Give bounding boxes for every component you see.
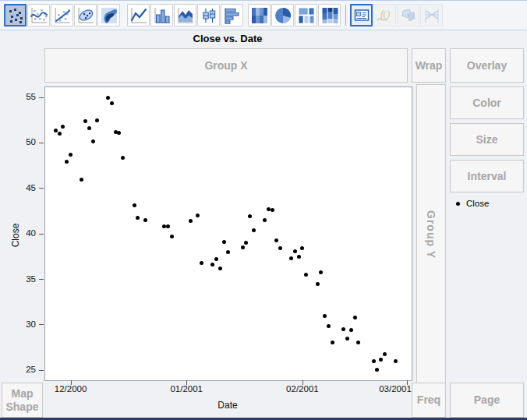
- dropzone-color-label: Color: [472, 97, 501, 109]
- toolbar: f(): [0, 1, 527, 30]
- data-point[interactable]: [170, 235, 174, 238]
- plot-area[interactable]: [44, 86, 412, 381]
- data-point[interactable]: [316, 282, 320, 286]
- toolbar-button-contour[interactable]: [97, 4, 120, 26]
- dropzone-page[interactable]: Page: [450, 383, 524, 418]
- data-point[interactable]: [323, 314, 327, 318]
- toolbar-button-treemap[interactable]: [295, 4, 317, 26]
- toolbar-button-histogram[interactable]: [221, 4, 243, 26]
- data-point[interactable]: [274, 238, 278, 242]
- toolbar-button-pie[interactable]: [271, 4, 294, 26]
- toolbar-button-bar[interactable]: [150, 4, 173, 26]
- toolbar-button-mosaic[interactable]: [318, 4, 341, 26]
- dropzone-page-label: Page: [474, 394, 500, 406]
- y-axis-tick: [39, 188, 44, 189]
- toolbar-button-caption-box[interactable]: [350, 4, 373, 26]
- x-axis-label[interactable]: Date: [204, 400, 251, 411]
- y-axis-tick-label: 50: [12, 137, 36, 146]
- y-axis-tick-label: 45: [12, 183, 36, 192]
- dropzone-size-label: Size: [476, 133, 497, 146]
- data-point[interactable]: [58, 132, 62, 136]
- dropzone-group-x[interactable]: Group X: [44, 48, 408, 83]
- dropzone-overlay-label: Overlay: [467, 59, 507, 72]
- data-point[interactable]: [297, 255, 301, 259]
- x-axis-tick-label: 01/2001: [163, 384, 210, 394]
- y-axis-tick: [39, 97, 44, 98]
- dropzone-interval[interactable]: Interval: [450, 160, 524, 192]
- data-point[interactable]: [106, 96, 110, 100]
- y-axis-tick: [39, 234, 44, 235]
- data-point[interactable]: [121, 156, 125, 160]
- toolbar-button-ellipse[interactable]: [74, 4, 97, 26]
- data-point[interactable]: [345, 337, 349, 341]
- toolbar-button-parallel[interactable]: [420, 4, 443, 26]
- data-point[interactable]: [353, 316, 357, 319]
- dropzone-map-shape[interactable]: Map Shape: [2, 383, 43, 418]
- toolbar-button-formula[interactable]: f(): [373, 4, 396, 26]
- toolbar-button-line[interactable]: [127, 4, 150, 26]
- data-point[interactable]: [379, 358, 383, 362]
- dropzone-freq-label: Freq: [417, 394, 440, 406]
- y-axis-tick-label: 55: [12, 92, 36, 101]
- data-point[interactable]: [356, 341, 360, 344]
- data-point[interactable]: [372, 359, 376, 363]
- y-axis-tick: [39, 143, 44, 143]
- dropzone-color[interactable]: Color: [450, 86, 524, 119]
- data-point[interactable]: [331, 341, 334, 344]
- svg-text:f(): f(): [380, 8, 390, 19]
- toolbar-separator: [345, 5, 346, 26]
- dropzone-wrap-label: Wrap: [416, 59, 443, 72]
- data-point[interactable]: [91, 139, 95, 143]
- dropzone-size[interactable]: Size: [450, 123, 524, 156]
- data-point[interactable]: [383, 352, 387, 356]
- dropzone-map-shape-label: Map Shape: [4, 387, 41, 412]
- dropzone-group-y-label: Group Y: [425, 210, 437, 259]
- data-point[interactable]: [222, 240, 226, 244]
- data-point[interactable]: [54, 129, 58, 132]
- data-point[interactable]: [218, 266, 222, 270]
- dropzone-wrap[interactable]: Wrap: [412, 48, 446, 83]
- legend-marker-dot-icon: [456, 202, 460, 206]
- toolbar-button-heatmap[interactable]: [248, 4, 271, 26]
- data-point[interactable]: [95, 118, 99, 122]
- dropzone-interval-label: Interval: [468, 170, 507, 182]
- y-axis-label[interactable]: Close: [10, 212, 21, 259]
- y-axis-tick-label: 35: [12, 274, 36, 284]
- data-point[interactable]: [200, 261, 203, 265]
- data-point[interactable]: [241, 245, 245, 249]
- x-axis-tick-label: 03/2001: [372, 384, 419, 394]
- toolbar-button-line-of-fit[interactable]: [51, 4, 73, 26]
- legend-label: Close: [466, 199, 489, 208]
- toolbar-button-points[interactable]: [4, 4, 27, 26]
- toolbar-button-area[interactable]: [174, 4, 196, 26]
- data-point[interactable]: [189, 219, 193, 223]
- toolbar-button-box-plot[interactable]: [197, 4, 220, 26]
- y-axis-tick-label: 25: [12, 365, 36, 374]
- dropzone-group-x-label: Group X: [204, 59, 247, 72]
- dropzone-overlay[interactable]: Overlay: [450, 48, 524, 83]
- data-point[interactable]: [226, 250, 230, 254]
- legend-item-close[interactable]: Close: [452, 197, 522, 210]
- data-point[interactable]: [110, 101, 114, 105]
- data-point[interactable]: [327, 324, 331, 328]
- x-axis-tick-label: 02/2001: [279, 384, 326, 394]
- toolbar-button-map-shapes[interactable]: [397, 4, 419, 26]
- y-axis-tick: [39, 324, 44, 325]
- data-point[interactable]: [293, 249, 297, 253]
- y-axis-tick: [39, 370, 44, 371]
- y-axis-tick-label: 30: [12, 319, 36, 329]
- x-axis-tick-label: 12/2000: [48, 384, 94, 394]
- dropzone-group-y[interactable]: Group Y: [416, 84, 446, 384]
- graph-builder-window: f() Close vs. Date Group X Wrap Overlay …: [0, 0, 527, 420]
- page-title[interactable]: Close vs. Date: [44, 33, 411, 44]
- y-axis-tick: [39, 279, 44, 280]
- toolbar-button-smoother[interactable]: [27, 4, 50, 26]
